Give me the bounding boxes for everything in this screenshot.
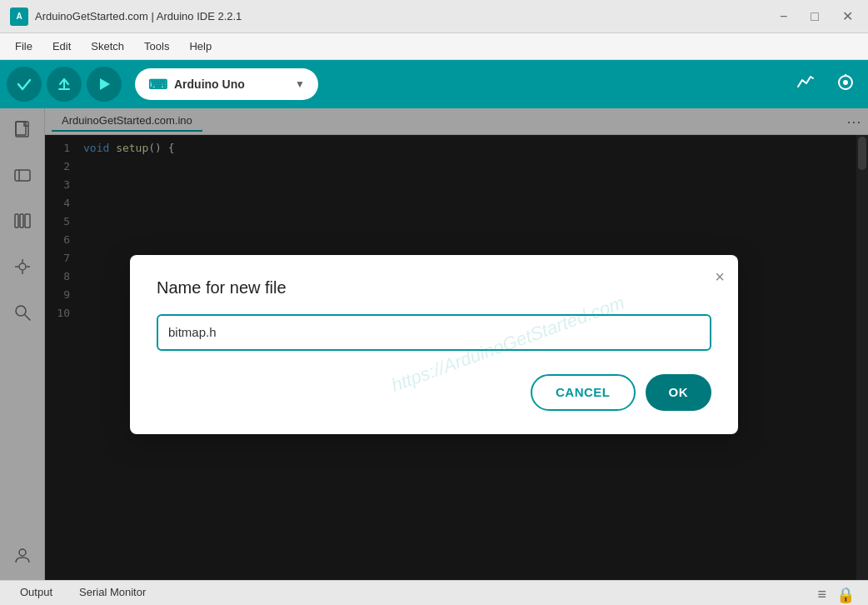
usb-icon: ⌨ bbox=[148, 77, 167, 92]
tab-output[interactable]: Output bbox=[7, 581, 66, 605]
menu-help[interactable]: Help bbox=[181, 37, 220, 56]
logo-text: A bbox=[16, 12, 22, 21]
bottom-tabs: Output Serial Monitor ≡ 🔒 bbox=[0, 581, 868, 605]
cancel-button[interactable]: CANCEL bbox=[531, 374, 636, 411]
maximize-button[interactable]: □ bbox=[806, 7, 824, 26]
close-button[interactable]: ✕ bbox=[837, 7, 858, 26]
toolbar-right bbox=[790, 70, 861, 99]
new-file-name-input[interactable] bbox=[157, 314, 711, 351]
lock-icon[interactable]: 🔒 bbox=[836, 586, 855, 604]
svg-point-4 bbox=[843, 80, 848, 85]
verify-button[interactable] bbox=[7, 67, 42, 102]
bottom-tab-icons: ≡ 🔒 bbox=[811, 581, 861, 605]
app-logo: A bbox=[10, 8, 28, 26]
modal-dialog: Name for new file × https://ArduinoGetSt… bbox=[130, 255, 738, 434]
clear-output-icon[interactable]: ≡ bbox=[817, 586, 826, 604]
menu-bar: File Edit Sketch Tools Help bbox=[0, 33, 868, 60]
tab-serial-monitor[interactable]: Serial Monitor bbox=[66, 581, 159, 605]
board-name: Arduino Uno bbox=[174, 78, 245, 91]
toolbar: ⌨ Arduino Uno ▼ bbox=[0, 60, 868, 108]
title-bar-text: ArduinoGetStarted.com | Arduino IDE 2.2.… bbox=[35, 10, 768, 22]
menu-edit[interactable]: Edit bbox=[44, 37, 79, 56]
board-chevron: ▼ bbox=[295, 78, 305, 90]
upload-button[interactable] bbox=[47, 67, 82, 102]
menu-tools[interactable]: Tools bbox=[136, 37, 177, 56]
serial-monitor-button[interactable] bbox=[830, 70, 861, 99]
modal-overlay: Name for new file × https://ArduinoGetSt… bbox=[0, 108, 868, 580]
serial-plotter-button[interactable] bbox=[790, 70, 821, 99]
svg-marker-2 bbox=[100, 78, 110, 90]
title-bar-controls: − □ ✕ bbox=[775, 7, 858, 26]
board-selector[interactable]: ⌨ Arduino Uno ▼ bbox=[135, 68, 318, 100]
modal-close-button[interactable]: × bbox=[715, 268, 725, 285]
main-area: ArduinoGetStarted.com.ino ⋯ 1 void setup… bbox=[0, 108, 868, 580]
debug-button[interactable] bbox=[87, 67, 122, 102]
ok-button[interactable]: OK bbox=[646, 374, 712, 411]
title-bar: A ArduinoGetStarted.com | Arduino IDE 2.… bbox=[0, 0, 868, 33]
bottom-panel: Output Serial Monitor ≡ 🔒 ∞ ArduinoGetSt… bbox=[0, 580, 868, 605]
minimize-button[interactable]: − bbox=[775, 7, 792, 26]
menu-sketch[interactable]: Sketch bbox=[82, 37, 132, 56]
modal-title: Name for new file bbox=[157, 278, 711, 298]
modal-buttons: CANCEL OK bbox=[157, 374, 711, 411]
menu-file[interactable]: File bbox=[7, 37, 41, 56]
